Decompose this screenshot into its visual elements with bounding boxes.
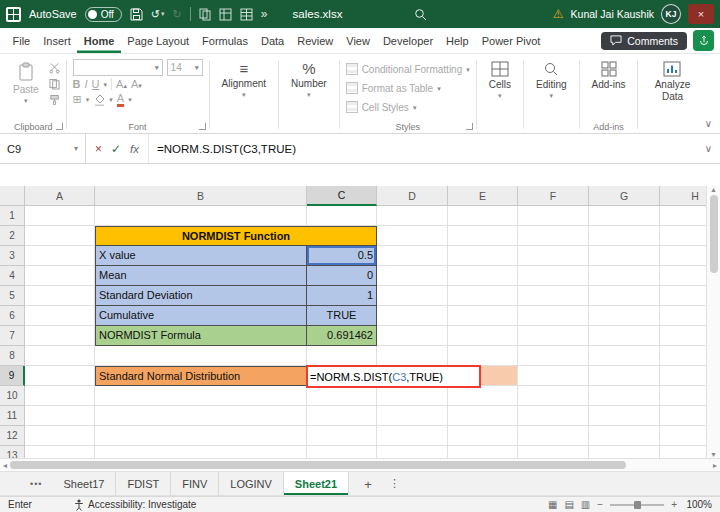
cell-styles-button[interactable]: Cell Styles ▾ <box>346 98 470 116</box>
column-header-D[interactable]: D <box>377 186 448 206</box>
decrease-font-button[interactable]: A▾ <box>131 78 142 90</box>
styles-dialog-launcher[interactable] <box>466 123 473 130</box>
excel-app-icon[interactable] <box>6 7 21 22</box>
cell-C6[interactable]: TRUE <box>307 306 377 326</box>
page-layout-view-icon[interactable]: ▤ <box>564 499 573 510</box>
cell-D7[interactable] <box>377 326 448 346</box>
cell-D11[interactable] <box>377 406 448 426</box>
cell-E13[interactable] <box>448 446 518 458</box>
ribbon-tab-formulas[interactable]: Formulas <box>196 28 255 53</box>
user-name[interactable]: Kunal Jai Kaushik <box>571 8 654 20</box>
cell-F11[interactable] <box>518 406 589 426</box>
cell-G7[interactable] <box>589 326 660 346</box>
cell-D1[interactable] <box>377 206 448 226</box>
cell-F10[interactable] <box>518 386 589 406</box>
cell-C1[interactable] <box>307 206 377 226</box>
cell-B5[interactable]: Standard Deviation <box>95 286 307 306</box>
cell-B7[interactable]: NORMDIST Formula <box>95 326 307 346</box>
cells-button[interactable]: Cells ▾ <box>483 59 517 101</box>
sheet-tab-overflow[interactable]: ••• <box>0 472 52 495</box>
cancel-icon[interactable]: × <box>95 142 102 156</box>
cell-B10[interactable] <box>95 386 307 406</box>
font-dialog-launcher[interactable] <box>199 123 206 130</box>
cell-D2[interactable] <box>377 226 448 246</box>
sheet-tab-finv[interactable]: FINV <box>171 472 219 495</box>
cell-A4[interactable] <box>25 266 95 286</box>
row-header-2[interactable]: 2 <box>0 226 25 246</box>
copy-page-icon[interactable] <box>199 8 211 21</box>
close-button[interactable]: × <box>688 4 714 24</box>
ribbon-tab-home[interactable]: Home <box>77 28 121 53</box>
vertical-scroll-thumb[interactable] <box>710 195 718 273</box>
cell-C11[interactable] <box>307 406 377 426</box>
column-header-G[interactable]: G <box>589 186 660 206</box>
scroll-down-icon[interactable]: ▼ <box>710 451 717 458</box>
cell-C10[interactable] <box>307 386 377 406</box>
cell-A3[interactable] <box>25 246 95 266</box>
sheet-tab-sheet21[interactable]: Sheet21 <box>284 472 349 495</box>
cell-A8[interactable] <box>25 346 95 366</box>
ribbon-tab-file[interactable]: File <box>6 28 37 53</box>
cell-E12[interactable] <box>448 426 518 446</box>
row-header-10[interactable]: 10 <box>0 386 25 406</box>
cell-B13[interactable] <box>95 446 307 458</box>
row-header-12[interactable]: 12 <box>0 426 25 446</box>
cell-C8[interactable] <box>307 346 377 366</box>
row-header-3[interactable]: 3 <box>0 246 25 266</box>
cell-G1[interactable] <box>589 206 660 226</box>
cell-E5[interactable] <box>448 286 518 306</box>
cell-B1[interactable] <box>95 206 307 226</box>
undo-icon[interactable]: ↺▾ <box>151 8 165 21</box>
cell-G3[interactable] <box>589 246 660 266</box>
ribbon-tab-insert[interactable]: Insert <box>37 28 78 53</box>
cell-D5[interactable] <box>377 286 448 306</box>
cell-C12[interactable] <box>307 426 377 446</box>
cell-D13[interactable] <box>377 446 448 458</box>
ribbon-tab-view[interactable]: View <box>340 28 377 53</box>
editing-button[interactable]: Editing ▾ <box>530 59 573 101</box>
insert-function-icon[interactable]: fx <box>130 143 139 155</box>
cell-B2[interactable]: NORMDIST Function <box>95 226 377 246</box>
cell-A6[interactable] <box>25 306 95 326</box>
cell-E4[interactable] <box>448 266 518 286</box>
column-header-C[interactable]: C <box>307 186 377 206</box>
cell-E8[interactable] <box>448 346 518 366</box>
cell-A9[interactable] <box>25 366 95 386</box>
page-break-view-icon[interactable]: ▥ <box>581 499 590 510</box>
zoom-slider[interactable] <box>610 504 664 506</box>
increase-font-button[interactable]: A▴ <box>116 78 127 90</box>
ribbon-tab-power-pivot[interactable]: Power Pivot <box>475 28 547 53</box>
conditional-formatting-button[interactable]: Conditional Formatting ▾ <box>346 60 470 78</box>
cell-C7[interactable]: 0.691462 <box>307 326 377 346</box>
formula-input[interactable]: =NORM.S.DIST(C3,TRUE) <box>149 134 697 163</box>
cell-edit-box[interactable]: =NORM.S.DIST(C3,TRUE) <box>306 365 481 388</box>
cell-A1[interactable] <box>25 206 95 226</box>
cell-G11[interactable] <box>589 406 660 426</box>
cell-B8[interactable] <box>95 346 307 366</box>
font-size-select[interactable]: 14▾ <box>167 59 203 76</box>
cell-G13[interactable] <box>589 446 660 458</box>
sheet-tab-sheet17[interactable]: Sheet17 <box>52 472 116 495</box>
zoom-in-icon[interactable]: + <box>671 499 677 510</box>
ribbon-tab-data[interactable]: Data <box>254 28 290 53</box>
cell-C5[interactable]: 1 <box>307 286 377 306</box>
cell-A13[interactable] <box>25 446 95 458</box>
sheet-tab-fdist[interactable]: FDIST <box>116 472 171 495</box>
row-header-6[interactable]: 6 <box>0 306 25 326</box>
scroll-right-icon[interactable]: ▸ <box>713 461 717 470</box>
cell-A5[interactable] <box>25 286 95 306</box>
cell-G6[interactable] <box>589 306 660 326</box>
cell-G2[interactable] <box>589 226 660 246</box>
cell-F4[interactable] <box>518 266 589 286</box>
select-all-corner[interactable] <box>0 186 25 206</box>
italic-button[interactable]: I <box>85 78 88 90</box>
cell-E7[interactable] <box>448 326 518 346</box>
sheet-tab-loginv[interactable]: LOGINV <box>219 472 284 495</box>
ribbon-tab-help[interactable]: Help <box>440 28 476 53</box>
cell-E1[interactable] <box>448 206 518 226</box>
alignment-button[interactable]: ≡ Alignment ▾ <box>216 59 272 100</box>
scroll-up-icon[interactable]: ▲ <box>710 186 717 193</box>
zoom-level[interactable]: 100% <box>684 499 712 510</box>
autosave-toggle[interactable]: Off <box>85 7 122 22</box>
normal-view-icon[interactable]: ▦ <box>548 499 557 510</box>
